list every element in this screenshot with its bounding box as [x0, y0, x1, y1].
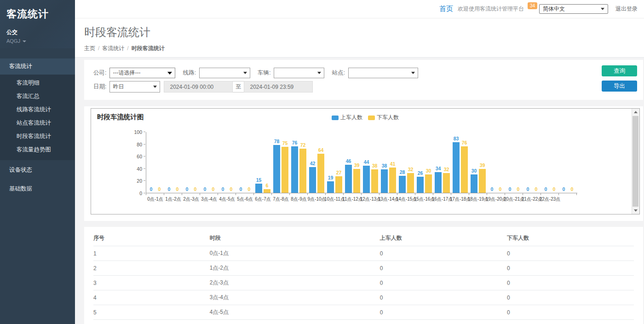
- query-button[interactable]: 查询: [602, 65, 637, 76]
- x-axis-tick: [307, 193, 308, 195]
- table-cell: 5: [93, 305, 210, 320]
- bar-value-label: 28: [400, 169, 405, 175]
- date-end-input[interactable]: 2024-01-09 23:59: [244, 81, 313, 93]
- boarding-bar[interactable]: [255, 184, 262, 193]
- bar-group: 1566点-7点: [254, 132, 272, 193]
- home-link[interactable]: 首页: [439, 5, 453, 13]
- vehicle-select[interactable]: [274, 68, 324, 78]
- date-start-input[interactable]: 2024-01-09 00:00: [164, 81, 233, 93]
- chart-scrollbar[interactable]: [632, 109, 639, 214]
- bar-group: 0023点-24点: [559, 132, 577, 193]
- date-preset-select[interactable]: 昨日: [109, 81, 160, 93]
- table-row[interactable]: 32点-3点00: [93, 276, 634, 290]
- notification-badge[interactable]: 34: [528, 2, 537, 9]
- chevron-down-icon: [411, 72, 415, 74]
- sidebar-subitem[interactable]: 客流汇总: [0, 90, 75, 103]
- table-row[interactable]: 43点-4点00: [93, 290, 634, 305]
- sidebar-subitem[interactable]: 客流量趋势图: [0, 143, 75, 156]
- alighting-bar[interactable]: [299, 149, 306, 193]
- legend-item-boarding[interactable]: 上车人数: [332, 114, 362, 122]
- sidebar-item-device-status[interactable]: 设备状态: [0, 161, 75, 179]
- alighting-bar[interactable]: [389, 168, 396, 193]
- sidebar-subitem[interactable]: 时段客流统计: [0, 130, 75, 143]
- table-row[interactable]: 65点-6点00: [93, 320, 634, 324]
- y-axis-tick: [144, 132, 145, 132]
- boarding-bar[interactable]: [309, 167, 316, 193]
- breadcrumb-item[interactable]: 主页: [84, 45, 95, 52]
- boarding-bar-slot: 0: [166, 132, 172, 193]
- breadcrumb-item[interactable]: 时段客流统计: [132, 45, 165, 52]
- sidebar-section-passenger-stats[interactable]: 客流统计: [0, 58, 75, 75]
- alighting-bar-slot: 38: [371, 132, 378, 193]
- alighting-bar[interactable]: [443, 173, 450, 193]
- boarding-bar[interactable]: [435, 172, 442, 193]
- bar-value-label: 0: [212, 186, 215, 192]
- alighting-bar-slot: 76: [461, 132, 468, 193]
- sidebar-item-base-data[interactable]: 基础数据: [0, 180, 75, 198]
- alighting-bar[interactable]: [335, 176, 342, 193]
- bar-group: 76728点-9点: [290, 132, 308, 193]
- table-row[interactable]: 54点-5点00: [93, 305, 634, 320]
- boarding-bar[interactable]: [381, 169, 388, 193]
- boarding-bar[interactable]: [453, 142, 460, 193]
- alighting-bar[interactable]: [282, 147, 288, 193]
- alighting-bar[interactable]: [371, 169, 378, 193]
- alighting-bar[interactable]: [479, 169, 486, 193]
- y-axis-label: 60: [124, 154, 142, 159]
- alighting-bar[interactable]: [264, 189, 270, 193]
- alighting-bar-slot: 6: [264, 132, 270, 193]
- alighting-bar-slot: 0: [210, 132, 217, 193]
- table-cell: 1: [93, 246, 210, 261]
- legend-swatch-boarding: [332, 116, 339, 120]
- boarding-bar[interactable]: [345, 165, 352, 193]
- table-header-cell: 序号: [93, 230, 210, 246]
- line-label: 线路:: [183, 69, 196, 77]
- scroll-down-icon[interactable]: [632, 207, 639, 214]
- line-select[interactable]: [199, 68, 250, 78]
- bar-value-label: 0: [499, 186, 502, 192]
- table-cell: 0: [380, 276, 507, 290]
- alighting-bar[interactable]: [407, 173, 414, 193]
- table-header-cell: 上车人数: [380, 230, 507, 246]
- alighting-bar[interactable]: [353, 169, 360, 193]
- sidebar-subitem[interactable]: 站点客流统计: [0, 116, 75, 130]
- boarding-bar[interactable]: [417, 177, 424, 193]
- boarding-bar[interactable]: [471, 174, 477, 193]
- boarding-bar[interactable]: [291, 146, 298, 193]
- sidebar-submenu: 客流明细客流汇总线路客流统计站点客流统计时段客流统计客流量趋势图: [0, 75, 75, 160]
- boarding-bar[interactable]: [327, 181, 334, 193]
- alighting-bar-slot: 75: [282, 132, 288, 193]
- sidebar-subitem[interactable]: 客流明细: [0, 76, 75, 90]
- table-row[interactable]: 10点-1点00: [93, 246, 634, 261]
- table-cell: 0: [507, 276, 634, 290]
- boarding-bar[interactable]: [273, 145, 280, 193]
- export-button[interactable]: 导出: [602, 81, 637, 92]
- org-code-dropdown[interactable]: AQGJ: [6, 38, 69, 44]
- x-axis-tick: [182, 193, 182, 195]
- language-select[interactable]: 简体中文: [539, 4, 608, 14]
- company-select[interactable]: ---请选择---: [109, 68, 175, 78]
- breadcrumb-item[interactable]: 客流统计: [102, 45, 124, 52]
- bar-group: 001点-2点: [164, 132, 182, 193]
- table-cell: 0: [380, 290, 507, 305]
- boarding-bar-slot: 0: [184, 132, 190, 193]
- boarding-bar[interactable]: [399, 176, 406, 193]
- table-row[interactable]: 21点-2点00: [93, 261, 634, 276]
- alighting-bar[interactable]: [317, 154, 324, 193]
- alighting-bar[interactable]: [425, 174, 432, 193]
- bar-groups: 000点-1点001点-2点002点-3点003点-4点004点-5点005点-…: [146, 132, 577, 193]
- scroll-thumb[interactable]: [632, 116, 638, 207]
- bar-value-label: 39: [354, 162, 360, 168]
- legend-item-alighting[interactable]: 下车人数: [368, 114, 399, 122]
- alighting-bar-slot: 30: [425, 132, 432, 193]
- sidebar-subitem[interactable]: 线路客流统计: [0, 103, 75, 116]
- boarding-bar-slot: 46: [345, 132, 352, 193]
- scroll-up-icon[interactable]: [632, 109, 639, 116]
- bar-value-label: 0: [517, 186, 520, 192]
- boarding-bar[interactable]: [363, 166, 370, 193]
- alighting-bar[interactable]: [461, 146, 468, 193]
- x-axis-tick: [164, 193, 164, 195]
- x-axis-category-label: 22点-23点: [540, 196, 561, 202]
- logout-link[interactable]: 退出登录: [615, 5, 638, 13]
- station-select[interactable]: [348, 68, 418, 78]
